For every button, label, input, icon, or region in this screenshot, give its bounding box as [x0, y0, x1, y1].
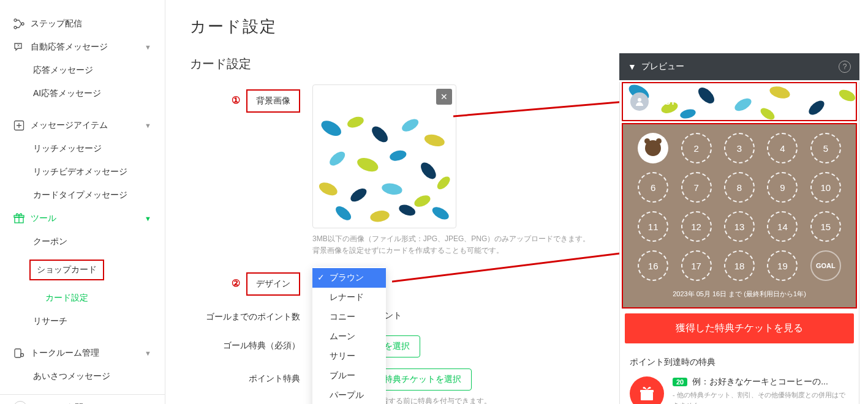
preview-expiry: 2023年 05月 16日 まで (最終利用日から1年) — [635, 290, 843, 299]
sidebar-item-label: カード設定 — [45, 293, 88, 304]
sidebar-item-cardtype[interactable]: カードタイプメッセージ — [0, 184, 165, 207]
chevron-left-icon: ‹ — [13, 401, 27, 404]
sidebar-item-label: 自動応答メッセージ — [31, 42, 108, 53]
design-option-moon[interactable]: ムーン — [312, 327, 386, 346]
label-bg-image: 背景画像 — [246, 89, 300, 113]
design-option-sally[interactable]: サリー — [312, 346, 386, 366]
preview-stamps-area: 2345678910111213141516171819GOAL 2023年 0… — [622, 123, 857, 309]
svg-point-41 — [638, 98, 641, 102]
sidebar-collapse[interactable]: ‹ メニューを閉じる — [0, 394, 165, 404]
plus-box-icon — [13, 120, 25, 131]
help-icon[interactable]: ? — [839, 61, 851, 73]
reward-note: - 他の特典チケット、割引、その他優待制度との併用はできません。- 一部特典チケ… — [673, 390, 849, 404]
sidebar-item-label: クーポン — [33, 236, 67, 247]
svg-rect-44 — [646, 390, 648, 400]
stamp-4: 4 — [767, 133, 798, 163]
stamp-11: 11 — [638, 211, 668, 242]
stamp-8: 8 — [724, 172, 755, 203]
sidebar-item-label: 応答メッセージ — [33, 65, 93, 76]
preview-panel: ▼ プレビュー ? — [619, 53, 859, 404]
page-title: カード設定 — [190, 16, 843, 37]
preview-title: プレビュー — [641, 61, 684, 72]
preview-card-header-area: TEST — [622, 82, 857, 121]
design-option-brown[interactable]: ブラウン — [312, 268, 386, 288]
design-option-blue[interactable]: ブルー — [312, 366, 386, 386]
chat-icon — [13, 42, 25, 53]
sidebar-item-richmsg[interactable]: リッチメッセージ — [0, 137, 165, 160]
stamp-14: 14 — [767, 211, 798, 242]
stamp-13: 13 — [724, 211, 755, 242]
design-option-purple[interactable]: パープル — [312, 386, 386, 404]
room-icon — [13, 348, 25, 359]
avatar-icon — [630, 92, 649, 111]
chevron-down-icon: ▼ — [145, 122, 151, 129]
sidebar-item-label: ショップカード — [29, 260, 104, 280]
sidebar-item-label: あいさつメッセージ — [33, 371, 110, 382]
sidebar-item-cardsettings[interactable]: カード設定 — [0, 286, 165, 310]
stamp-9: 9 — [767, 172, 798, 203]
label-goal-points: ゴールまでのポイント数 — [190, 307, 312, 323]
gift-icon — [13, 213, 25, 224]
remove-image-button[interactable]: ✕ — [436, 89, 452, 105]
sidebar-item-shopcard[interactable]: ショップカード — [0, 253, 165, 286]
reward-section-title: ポイント到達時の特典 — [630, 357, 849, 368]
sidebar-item-coupon[interactable]: クーポン — [0, 230, 165, 253]
sidebar-item-label: メッセージアイテム — [31, 120, 108, 131]
reward-badge: 20 — [673, 378, 687, 386]
stamp-16: 16 — [638, 250, 668, 281]
stamp-12: 12 — [681, 211, 712, 242]
sidebar: ステップ配信 自動応答メッセージ ▼ 応答メッセージ AI応答メッセージ メッセ… — [0, 0, 165, 404]
svg-rect-6 — [15, 349, 21, 357]
stamp-19: 19 — [767, 250, 798, 281]
sidebar-item-greeting[interactable]: あいさつメッセージ — [0, 365, 165, 388]
sidebar-item-step[interactable]: ステップ配信 — [0, 12, 165, 36]
chevron-down-icon: ▼ — [628, 62, 636, 72]
stamp-6: 6 — [638, 172, 668, 203]
sidebar-item-tools[interactable]: ツール ▼ — [0, 207, 165, 230]
reward-section: ポイント到達時の特典 20 例：お好きなケーキとコーヒーの... - 他の特典チ… — [620, 348, 859, 404]
stamp-17: 17 — [681, 250, 712, 281]
image-upload-area[interactable]: ✕ — [312, 84, 456, 228]
stamp-5: 5 — [810, 133, 841, 163]
uploaded-image-preview — [313, 110, 456, 226]
sidebar-item-aireply[interactable]: AI応答メッセージ — [0, 82, 165, 105]
chevron-down-icon: ▼ — [145, 215, 151, 222]
stamp-1 — [638, 133, 668, 163]
label-goal-reward: ゴール特典（必須） — [190, 335, 312, 351]
sidebar-item-label: リッチビデオメッセージ — [33, 166, 127, 178]
sidebar-item-label: ステップ配信 — [31, 18, 82, 29]
stamp-18: 18 — [724, 250, 755, 281]
reward-title: 例：お好きなケーキとコーヒーの... — [692, 376, 828, 386]
preview-card-header: TEST — [623, 83, 856, 120]
label-point-reward: ポイント特典 — [190, 368, 312, 384]
select-point-reward-button[interactable]: 特典チケットを選択 — [374, 368, 472, 391]
label-design: デザイン — [246, 272, 300, 296]
sidebar-item-richvideo[interactable]: リッチビデオメッセージ — [0, 160, 165, 184]
chevron-down-icon: ▼ — [145, 43, 151, 51]
stamp-15: 15 — [810, 211, 841, 242]
design-option-cony[interactable]: コニー — [312, 307, 386, 327]
stamp-10: 10 — [810, 172, 841, 203]
sidebar-item-autoreply[interactable]: 自動応答メッセージ ▼ — [0, 36, 165, 59]
annotation-1: ① — [232, 95, 240, 105]
stamp-2: 2 — [681, 133, 712, 163]
gift-icon — [630, 376, 664, 404]
design-option-leonard[interactable]: レナード — [312, 288, 386, 307]
preview-card-name: TEST — [654, 97, 676, 107]
flow-icon — [13, 18, 25, 29]
view-rewards-button[interactable]: 獲得した特典チケットを見る — [625, 313, 854, 343]
svg-point-2 — [21, 23, 24, 25]
sidebar-item-research[interactable]: リサーチ — [0, 310, 165, 333]
stamp-3: 3 — [724, 133, 755, 163]
chevron-down-icon: ▼ — [145, 350, 151, 357]
sidebar-item-reply[interactable]: 応答メッセージ — [0, 59, 165, 82]
design-dropdown: ブラウン レナード コニー ムーン サリー ブルー パープル ピンク グリーン … — [312, 267, 386, 404]
sidebar-item-label: リッチメッセージ — [33, 143, 102, 154]
sidebar-item-label: AI応答メッセージ — [33, 88, 101, 99]
preview-header[interactable]: ▼ プレビュー ? — [619, 53, 859, 80]
stamp-20: GOAL — [810, 250, 841, 281]
svg-point-0 — [14, 19, 17, 21]
sidebar-item-msgitems[interactable]: メッセージアイテム ▼ — [0, 114, 165, 137]
sidebar-item-label: リサーチ — [33, 316, 67, 327]
sidebar-item-talkroom[interactable]: トークルーム管理 ▼ — [0, 342, 165, 365]
